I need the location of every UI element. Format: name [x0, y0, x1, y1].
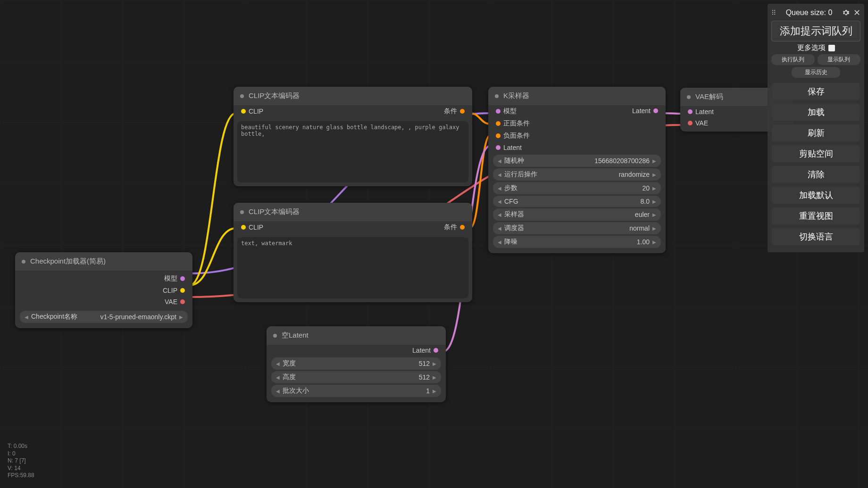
- node-title: 空Latent: [282, 331, 309, 340]
- more-options[interactable]: 更多选项: [771, 43, 860, 52]
- widget-步数[interactable]: ◀步数20▶: [493, 182, 661, 194]
- node-header[interactable]: 空Latent: [267, 326, 446, 345]
- queue-size-label: Queue size: 0: [786, 8, 833, 17]
- input-latent[interactable]: Latent: [488, 142, 627, 153]
- queue-prompt-button[interactable]: 添加提示词队列: [771, 21, 860, 41]
- widget-CFG[interactable]: ◀CFG8.0▶: [493, 196, 661, 207]
- panel-action-button[interactable]: 重置视图: [771, 207, 860, 225]
- widget-降噪[interactable]: ◀降噪1.00▶: [493, 236, 661, 248]
- output-latent[interactable]: Latent: [267, 345, 446, 356]
- node-title: CLIP文本编码器: [249, 207, 300, 216]
- input-model[interactable]: 模型: [488, 105, 627, 117]
- output-latent[interactable]: Latent: [627, 105, 666, 116]
- output-conditioning[interactable]: 条件: [439, 105, 472, 117]
- node-title: VAE解码: [695, 92, 723, 101]
- input-negative[interactable]: 负面条件: [488, 130, 627, 142]
- panel-action-button[interactable]: 切换语言: [771, 228, 860, 246]
- widget-批次大小[interactable]: ◀批次大小1▶: [271, 385, 441, 397]
- panel-action-button[interactable]: 加载: [771, 103, 860, 121]
- input-positive[interactable]: 正面条件: [488, 117, 627, 130]
- output-clip[interactable]: CLIP: [15, 285, 192, 296]
- node-title: Checkpoint加载器(简易): [30, 257, 106, 266]
- node-clip-encoder-2[interactable]: CLIP文本编码器 CLIP 条件 text, watermark: [234, 203, 472, 302]
- side-panel[interactable]: ⠿ Queue size: 0 ✕ 添加提示词队列 更多选项 执行队列 显示队列…: [768, 4, 864, 252]
- collapse-dot[interactable]: [273, 334, 277, 338]
- widget-调度器[interactable]: ◀调度器normal▶: [493, 222, 661, 234]
- prompt-textarea[interactable]: beautiful scenery nature glass bottle la…: [237, 121, 468, 182]
- collapse-dot[interactable]: [240, 94, 244, 98]
- gear-icon[interactable]: [842, 9, 850, 17]
- node-header[interactable]: Checkpoint加载器(简易): [15, 252, 192, 271]
- panel-action-button[interactable]: 加载默认: [771, 186, 860, 204]
- collapse-dot[interactable]: [22, 260, 25, 264]
- panel-action-button[interactable]: 刷新: [771, 124, 860, 142]
- panel-action-button[interactable]: 剪贴空间: [771, 145, 860, 163]
- widget-宽度[interactable]: ◀宽度512▶: [271, 357, 441, 370]
- widget-运行后操作[interactable]: ◀运行后操作randomize▶: [493, 168, 661, 181]
- show-history-button[interactable]: 显示历史: [792, 67, 841, 78]
- node-checkpoint-loader[interactable]: Checkpoint加载器(简易) 模型 CLIP VAE ◀Checkpoin…: [15, 252, 192, 328]
- node-clip-encoder-1[interactable]: CLIP文本编码器 CLIP 条件 beautiful scenery natu…: [234, 87, 472, 186]
- node-header[interactable]: K采样器: [488, 87, 666, 105]
- widget-采样器[interactable]: ◀采样器euler▶: [493, 208, 661, 221]
- node-empty-latent[interactable]: 空Latent Latent ◀宽度512▶◀高度512▶◀批次大小1▶: [267, 326, 446, 402]
- output-vae[interactable]: VAE: [15, 296, 192, 307]
- widget-随机种[interactable]: ◀随机种156680208700286▶: [493, 155, 661, 167]
- input-clip[interactable]: CLIP: [234, 221, 268, 233]
- node-title: K采样器: [503, 91, 529, 100]
- stats-overlay: T: 0.00sI: 0N: 7 [7]V: 14FPS:59.88: [8, 443, 34, 480]
- panel-action-button[interactable]: 保存: [771, 83, 860, 100]
- collapse-dot[interactable]: [495, 94, 499, 98]
- panel-action-button[interactable]: 清除: [771, 165, 860, 183]
- node-title: CLIP文本编码器: [249, 91, 300, 100]
- collapse-dot[interactable]: [687, 95, 691, 99]
- node-layer: Checkpoint加载器(简易) 模型 CLIP VAE ◀Checkpoin…: [0, 0, 868, 488]
- prompt-textarea[interactable]: text, watermark: [237, 237, 468, 298]
- drag-handle-icon[interactable]: ⠿: [771, 9, 776, 17]
- node-ksampler[interactable]: K采样器 模型 正面条件 负面条件 Latent Latent ◀随机种1566…: [488, 87, 666, 253]
- node-header[interactable]: CLIP文本编码器: [234, 203, 472, 221]
- collapse-dot[interactable]: [240, 210, 244, 214]
- widget-高度[interactable]: ◀高度512▶: [271, 371, 441, 383]
- show-queue-button[interactable]: 显示队列: [818, 54, 861, 65]
- output-model[interactable]: 模型: [15, 273, 192, 285]
- input-clip[interactable]: CLIP: [234, 105, 268, 117]
- node-header[interactable]: CLIP文本编码器: [234, 87, 472, 105]
- close-icon[interactable]: ✕: [853, 8, 860, 18]
- checkbox-icon[interactable]: [828, 45, 835, 51]
- exec-queue-button[interactable]: 执行队列: [771, 54, 815, 65]
- output-conditioning[interactable]: 条件: [439, 221, 472, 233]
- widget-checkpoint-name[interactable]: ◀Checkpoint名称 v1-5-pruned-emaonly.ckpt▶: [20, 311, 188, 323]
